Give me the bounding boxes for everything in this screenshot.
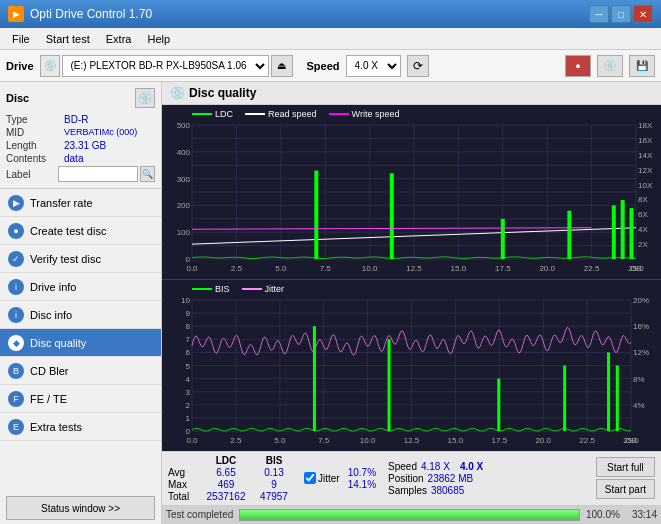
top-chart: LDC Read speed Write speed (162, 105, 661, 280)
legend-bis: BIS (192, 284, 230, 294)
disc-icon-button[interactable]: ● (565, 55, 591, 77)
disc-quality-icon: ◆ (8, 335, 24, 351)
disc-quality-title: Disc quality (189, 86, 256, 100)
legend-write-speed: Write speed (329, 109, 400, 119)
nav-disc-info[interactable]: i Disc info (0, 301, 161, 329)
top-chart-canvas (162, 105, 661, 277)
app-icon: ▶ (8, 6, 24, 22)
app-title: Opti Drive Control 1.70 (30, 7, 152, 21)
sidebar: Disc 💿 Type BD-R MID VERBATIMc (000) Len… (0, 82, 162, 524)
nav-fe-te[interactable]: F FE / TE (0, 385, 161, 413)
drive-bar: Drive 💿 (E:) PLEXTOR BD-R PX-LB950SA 1.0… (0, 50, 661, 82)
legend-read-speed: Read speed (245, 109, 317, 119)
nav-cd-bler[interactable]: B CD Bler (0, 357, 161, 385)
disc-quality-header-icon: 💿 (170, 86, 185, 100)
transfer-rate-icon: ▶ (8, 195, 24, 211)
disc-type-value: BD-R (64, 114, 155, 125)
disc-info-icon: i (8, 307, 24, 323)
nav-create-test-disc[interactable]: ● Create test disc (0, 217, 161, 245)
extra-tests-icon: E (8, 419, 24, 435)
title-bar-left: ▶ Opti Drive Control 1.70 (8, 6, 152, 22)
disc-contents-value: data (64, 153, 155, 164)
disc-mid-value: VERBATIMc (000) (64, 127, 155, 138)
stats-row-labels: Avg Max Total (168, 455, 198, 502)
disc-panel: Disc 💿 Type BD-R MID VERBATIMc (000) Len… (0, 82, 161, 189)
progress-track (239, 509, 580, 521)
disc-label-input[interactable] (58, 166, 138, 182)
nav-disc-quality[interactable]: ◆ Disc quality (0, 329, 161, 357)
disc-label-button[interactable]: 🔍 (140, 166, 155, 182)
speed-refresh-button[interactable]: ⟳ (407, 55, 429, 77)
drive-label: Drive (6, 60, 34, 72)
disc-mid-row: MID VERBATIMc (000) (6, 127, 155, 138)
title-bar-controls: ─ □ ✕ (589, 5, 653, 23)
minimize-button[interactable]: ─ (589, 5, 609, 23)
bis-color (192, 288, 212, 290)
progress-time: 33:14 (632, 509, 657, 520)
bottom-chart-legend: BIS Jitter (192, 284, 284, 294)
disc-panel-icon[interactable]: 💿 (135, 88, 155, 108)
verify-test-disc-icon: ✓ (8, 251, 24, 267)
close-button[interactable]: ✕ (633, 5, 653, 23)
drive-dropdown[interactable]: (E:) PLEXTOR BD-R PX-LB950SA 1.06 (62, 55, 269, 77)
drive-info-icon: i (8, 279, 24, 295)
create-test-disc-icon: ● (8, 223, 24, 239)
main-layout: Disc 💿 Type BD-R MID VERBATIMc (000) Len… (0, 82, 661, 524)
disc-quality-header: 💿 Disc quality (162, 82, 661, 105)
disc-icon-button2[interactable]: 💿 (597, 55, 623, 77)
menu-help[interactable]: Help (139, 31, 178, 47)
menu-extra[interactable]: Extra (98, 31, 140, 47)
legend-ldc: LDC (192, 109, 233, 119)
nav-drive-info[interactable]: i Drive info (0, 273, 161, 301)
menu-start-test[interactable]: Start test (38, 31, 98, 47)
stats-table: Avg Max Total LDC 6.65 469 2537162 BIS 0… (168, 455, 294, 502)
stats-bar: Avg Max Total LDC 6.65 469 2537162 BIS 0… (162, 451, 661, 505)
menu-bar: File Start test Extra Help (0, 28, 661, 50)
fe-te-icon: F (8, 391, 24, 407)
disc-panel-title: Disc (6, 92, 29, 104)
start-full-button[interactable]: Start full (596, 457, 655, 477)
ldc-color (192, 113, 212, 115)
progress-bar-container: Test completed 100.0% 33:14 (162, 505, 661, 524)
write-speed-color (329, 113, 349, 115)
nav-verify-test-disc[interactable]: ✓ Verify test disc (0, 245, 161, 273)
speed-position-samples: Speed 4.18 X 4.0 X Position 23862 MB Sam… (388, 461, 483, 496)
disc-panel-header: Disc 💿 (6, 88, 155, 108)
status-text: Test completed (166, 509, 233, 520)
progress-fill (240, 510, 579, 520)
start-part-button[interactable]: Start part (596, 479, 655, 499)
read-speed-color (245, 113, 265, 115)
nav-extra-tests[interactable]: E Extra tests (0, 413, 161, 441)
maximize-button[interactable]: □ (611, 5, 631, 23)
bottom-chart-canvas (162, 280, 661, 449)
nav-transfer-rate[interactable]: ▶ Transfer rate (0, 189, 161, 217)
nav-items: ▶ Transfer rate ● Create test disc ✓ Ver… (0, 189, 161, 492)
top-chart-legend: LDC Read speed Write speed (192, 109, 399, 119)
speed-label: Speed (307, 60, 340, 72)
jitter-checkbox[interactable] (304, 472, 316, 484)
progress-percent: 100.0% (586, 509, 626, 520)
speed-dropdown[interactable]: 4.0 X (346, 55, 401, 77)
legend-jitter: Jitter (242, 284, 285, 294)
disc-length-value: 23.31 GB (64, 140, 155, 151)
position-row: Position 23862 MB (388, 473, 483, 484)
jitter-color (242, 288, 262, 290)
drive-eject-button[interactable]: ⏏ (271, 55, 293, 77)
bis-stats-col: BIS 0.13 9 47957 (254, 455, 294, 502)
status-window-button[interactable]: Status window >> (6, 496, 155, 520)
save-button[interactable]: 💾 (629, 55, 655, 77)
cd-bler-icon: B (8, 363, 24, 379)
ldc-stats-col: LDC 6.65 469 2537162 (206, 455, 246, 502)
disc-label-row: Label 🔍 (6, 166, 155, 182)
disc-contents-row: Contents data (6, 153, 155, 164)
title-bar: ▶ Opti Drive Control 1.70 ─ □ ✕ (0, 0, 661, 28)
disc-length-row: Length 23.31 GB (6, 140, 155, 151)
start-buttons: Start full Start part (596, 457, 655, 499)
content-area: 💿 Disc quality LDC Read speed (162, 82, 661, 524)
speed-row: Speed 4.18 X 4.0 X (388, 461, 483, 472)
menu-file[interactable]: File (4, 31, 38, 47)
drive-icon[interactable]: 💿 (40, 55, 60, 77)
bottom-chart: BIS Jitter (162, 280, 661, 451)
jitter-checkbox-area: Jitter (304, 472, 340, 484)
drive-select: 💿 (E:) PLEXTOR BD-R PX-LB950SA 1.06 ⏏ (40, 55, 293, 77)
